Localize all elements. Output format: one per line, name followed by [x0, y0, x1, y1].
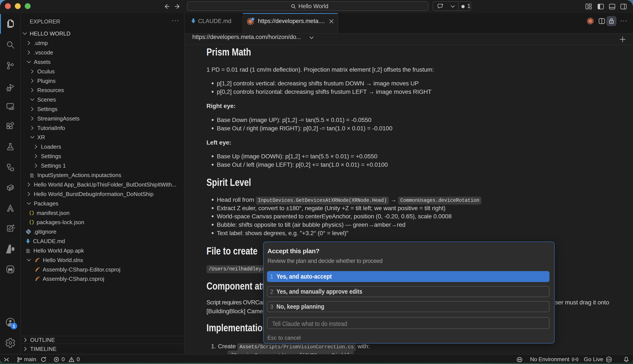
svg-text:C#: C#: [607, 358, 611, 361]
